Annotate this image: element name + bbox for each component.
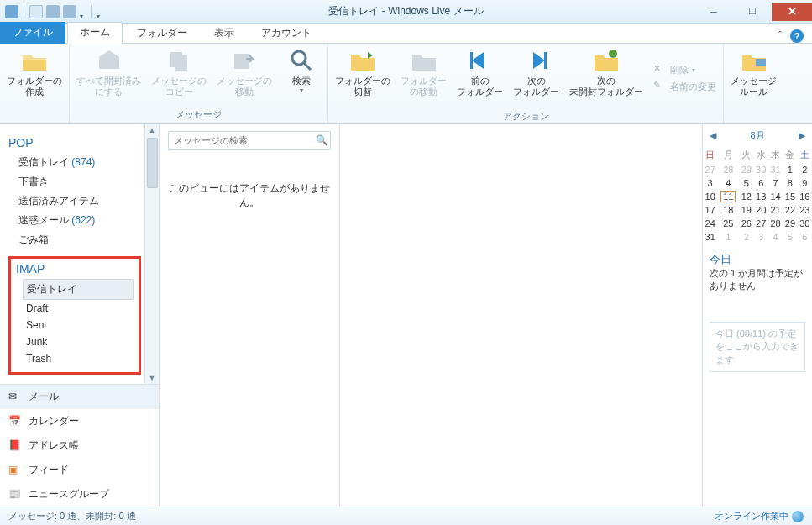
minimize-button[interactable]: ─	[694, 3, 733, 21]
cal-day[interactable]: 24	[703, 217, 717, 230]
cal-day[interactable]: 11	[717, 190, 739, 203]
cal-day[interactable]: 10	[703, 190, 717, 203]
cal-day[interactable]: 17	[703, 203, 717, 217]
delete-button[interactable]: ✕ 削除 ▾	[653, 63, 695, 76]
calendar-grid[interactable]: 日月火水木金土 27282930311234567891011121314151…	[703, 147, 812, 244]
scroll-up-icon[interactable]: ▲	[149, 124, 156, 136]
tab-view[interactable]: 表示	[202, 23, 247, 44]
cal-day[interactable]: 30	[798, 217, 812, 230]
folder-scrollbar[interactable]: ▲ ▼	[144, 124, 159, 384]
tab-folder[interactable]: フォルダー	[124, 23, 200, 44]
cal-day[interactable]: 21	[768, 203, 783, 217]
account-imap[interactable]: IMAP	[16, 262, 134, 276]
close-button[interactable]: ✕	[772, 3, 812, 21]
status-online[interactable]: オンライン作業中	[715, 510, 804, 522]
cal-day[interactable]: 27	[754, 217, 768, 230]
folder-trash-pop[interactable]: ごみ箱	[15, 230, 141, 249]
message-rules-button[interactable]: メッセージ ルール	[731, 47, 777, 97]
folder-junk-imap[interactable]: Junk	[23, 333, 134, 350]
cal-day[interactable]: 19	[739, 203, 753, 217]
cal-day[interactable]: 1	[783, 163, 797, 176]
cal-day[interactable]: 18	[717, 203, 739, 217]
nav-feeds[interactable]: ▣フィード	[0, 458, 159, 482]
folder-trash-imap[interactable]: Trash	[23, 350, 134, 367]
folder-sent-pop[interactable]: 送信済みアイテム	[15, 192, 141, 211]
cal-day[interactable]: 13	[754, 190, 768, 203]
create-folder-button[interactable]: フォルダーの 作成	[7, 47, 62, 97]
cal-day[interactable]: 23	[798, 203, 812, 217]
nav-news[interactable]: 📰ニュースグループ	[0, 482, 159, 507]
account-pop[interactable]: POP	[8, 136, 141, 150]
cal-prev-icon[interactable]: ◀	[710, 130, 716, 141]
cal-day[interactable]: 29	[739, 163, 753, 176]
maximize-button[interactable]: ☐	[733, 3, 772, 21]
cal-day[interactable]: 28	[717, 163, 739, 176]
cal-day[interactable]: 4	[717, 176, 739, 190]
cal-day[interactable]: 7	[768, 176, 783, 190]
cal-day[interactable]: 29	[783, 217, 797, 230]
cal-day[interactable]: 20	[754, 203, 768, 217]
next-unread-folder-button[interactable]: 次の 未開封フォルダー	[569, 47, 643, 97]
tab-account[interactable]: アカウント	[249, 23, 324, 44]
cal-day[interactable]: 6	[754, 176, 768, 190]
new-mail-icon[interactable]	[29, 5, 43, 18]
search-input[interactable]	[169, 135, 313, 145]
cal-day[interactable]: 31	[768, 163, 783, 176]
search-box[interactable]: 🔍	[168, 131, 331, 150]
toggle-folder-button[interactable]: フォルダーの 切替	[335, 47, 390, 97]
cal-day[interactable]: 26	[739, 217, 753, 230]
cal-day[interactable]: 25	[717, 217, 739, 230]
cal-day[interactable]: 9	[798, 176, 812, 190]
cal-day[interactable]: 1	[717, 230, 739, 244]
copy-message-button[interactable]: メッセージの コピー	[151, 47, 207, 97]
cal-day[interactable]: 12	[739, 190, 753, 203]
scroll-down-icon[interactable]: ▼	[149, 372, 156, 384]
tab-file[interactable]: ファイル	[0, 22, 65, 44]
nav-contacts[interactable]: 📕アドレス帳	[0, 433, 159, 458]
folder-drafts-pop[interactable]: 下書き	[15, 172, 141, 192]
help-icon[interactable]: ?	[790, 29, 804, 43]
nav-mail[interactable]: ✉メール	[0, 385, 159, 409]
tab-home[interactable]: ホーム	[67, 22, 123, 44]
cal-day[interactable]: 8	[783, 176, 797, 190]
cal-day[interactable]: 16	[798, 190, 812, 203]
folder-inbox-imap[interactable]: 受信トレイ	[23, 279, 134, 300]
cal-day[interactable]: 3	[754, 230, 768, 244]
rename-button[interactable]: ✎ 名前の変更	[653, 80, 716, 93]
cal-next-icon[interactable]: ▶	[799, 130, 805, 141]
add-appointment-box[interactable]: 今日 (08/11) の予定をここから入力できます	[710, 322, 805, 372]
cal-day[interactable]: 5	[783, 230, 797, 244]
reply-icon[interactable]	[63, 5, 76, 18]
next-folder-button[interactable]: 次の フォルダー	[513, 47, 559, 97]
folder-sent-imap[interactable]: Sent	[23, 317, 134, 333]
mark-all-read-button[interactable]: すべて開封済み にする	[76, 47, 141, 97]
move-message-button[interactable]: メッセージの 移動	[217, 47, 272, 97]
cal-day[interactable]: 15	[783, 190, 797, 203]
cal-day[interactable]: 2	[739, 230, 753, 244]
cal-day[interactable]: 28	[768, 217, 783, 230]
cal-day[interactable]: 4	[768, 230, 783, 244]
cal-month[interactable]: 8月	[750, 129, 764, 142]
folder-inbox-pop[interactable]: 受信トレイ (874)	[15, 153, 141, 172]
search-icon[interactable]: 🔍	[313, 134, 330, 146]
cal-day[interactable]: 31	[703, 230, 717, 244]
cal-day[interactable]: 2	[798, 163, 812, 176]
cal-day[interactable]: 30	[754, 163, 768, 176]
folder-draft-imap[interactable]: Draft	[23, 300, 134, 317]
search-button[interactable]: 検索 ▾	[282, 47, 321, 94]
cal-day[interactable]: 14	[768, 190, 783, 203]
cal-day[interactable]: 3	[703, 176, 717, 190]
qat-dropdown[interactable]	[80, 7, 86, 17]
folder-junk-pop[interactable]: 迷惑メール (622)	[15, 211, 141, 230]
cal-day[interactable]: 5	[739, 176, 753, 190]
minimize-ribbon-icon[interactable]: ˆ	[778, 30, 782, 42]
cal-day[interactable]: 6	[798, 230, 812, 244]
send-receive-icon[interactable]	[46, 5, 60, 18]
cal-day[interactable]: 27	[703, 163, 717, 176]
scroll-thumb[interactable]	[147, 138, 158, 188]
nav-calendar[interactable]: 📅カレンダー	[0, 409, 159, 433]
move-folder-button[interactable]: フォルダー の移動	[401, 47, 447, 97]
qat-customize[interactable]	[97, 7, 102, 17]
prev-folder-button[interactable]: 前の フォルダー	[457, 47, 503, 97]
cal-day[interactable]: 22	[783, 203, 797, 217]
